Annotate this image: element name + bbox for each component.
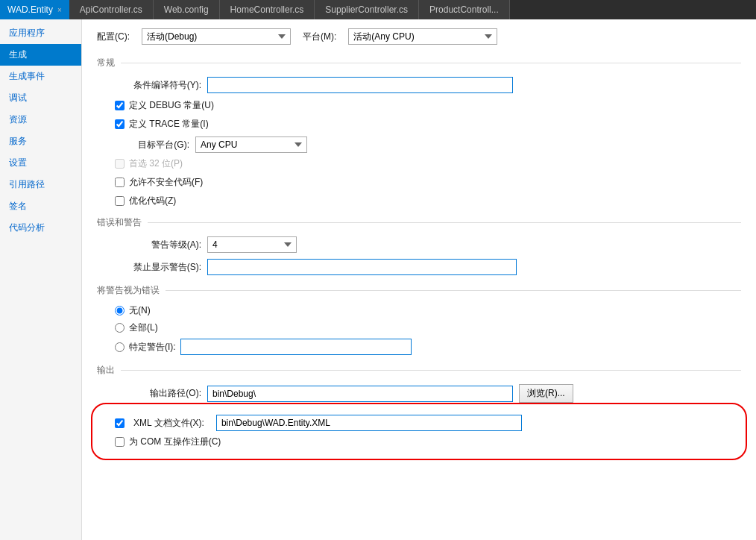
tab-label: Web.config <box>164 4 209 15</box>
radio-all-row: 全部(L) <box>115 321 741 334</box>
conditional-label: 条件编译符号(Y): <box>97 79 201 92</box>
radio-all[interactable] <box>115 323 125 333</box>
radio-all-label[interactable]: 全部(L) <box>129 321 158 334</box>
sidebar-item-resources[interactable]: 资源 <box>0 109 81 131</box>
section-general: 常规 <box>97 57 741 69</box>
config-label: 配置(C): <box>97 31 130 43</box>
radio-none-label[interactable]: 无(N) <box>129 304 151 317</box>
com-registration-checkbox[interactable] <box>115 437 125 447</box>
tab-home-controller[interactable]: HomeController.cs <box>220 0 315 19</box>
xml-oval-highlight <box>91 403 747 460</box>
active-tab[interactable]: WAD.Entity × <box>0 0 69 19</box>
output-path-input[interactable] <box>207 386 513 402</box>
specific-warning-input[interactable] <box>180 339 412 355</box>
suppress-warnings-label: 禁止显示警告(S): <box>97 261 201 274</box>
target-platform-label: 目标平台(G): <box>115 139 189 151</box>
prefer32-label: 首选 32 位(P) <box>129 157 183 170</box>
warning-level-row: 警告等级(A): 4 <box>97 236 741 253</box>
sidebar-item-code-analysis[interactable]: 代码分析 <box>0 217 81 239</box>
tab-label: ApiController.cs <box>80 4 142 15</box>
com-registration-label[interactable]: 为 COM 互操作注册(C) <box>129 436 221 448</box>
optimize-code-label[interactable]: 优化代码(Z) <box>129 195 176 207</box>
optimize-code-checkbox[interactable] <box>115 196 125 206</box>
unsafe-code-row: 允许不安全代码(F) <box>115 176 741 189</box>
suppress-warnings-row: 禁止显示警告(S): <box>97 259 741 275</box>
sidebar-item-reference-paths[interactable]: 引用路径 <box>0 174 81 195</box>
sidebar-item-services[interactable]: 服务 <box>0 131 81 152</box>
sidebar-item-signing[interactable]: 签名 <box>0 195 81 217</box>
close-tab-button[interactable]: × <box>57 6 62 14</box>
com-registration-row: 为 COM 互操作注册(C) <box>115 436 741 448</box>
radio-none[interactable] <box>115 306 125 315</box>
sidebar-item-build-events[interactable]: 生成事件 <box>0 66 81 87</box>
radio-specific[interactable] <box>115 342 125 352</box>
xml-highlight-container: XML 文档文件(X): 为 COM 互操作注册(C) <box>97 409 741 457</box>
platform-dropdown[interactable]: 活动(Any CPU) <box>348 28 497 45</box>
radio-none-row: 无(N) <box>115 304 741 317</box>
unsafe-code-checkbox[interactable] <box>115 178 125 187</box>
config-dropdown[interactable]: 活动(Debug) <box>142 28 291 45</box>
platform-label: 平台(M): <box>303 31 336 43</box>
xml-doc-row: XML 文档文件(X): <box>97 415 741 431</box>
sidebar-item-build[interactable]: 生成 <box>0 44 81 66</box>
conditional-row: 条件编译符号(Y): <box>97 77 741 93</box>
define-debug-checkbox[interactable] <box>115 101 125 110</box>
unsafe-code-label[interactable]: 允许不安全代码(F) <box>129 176 203 189</box>
target-platform-row: 目标平台(G): Any CPU <box>115 136 741 153</box>
sidebar: 应用程序 生成 生成事件 调试 资源 服务 设置 引用路径 签名 代码分析 <box>0 19 82 540</box>
sidebar-item-application[interactable]: 应用程序 <box>0 22 81 44</box>
prefer32-checkbox[interactable] <box>115 159 125 169</box>
prefer32-row: 首选 32 位(P) <box>115 157 741 170</box>
define-trace-checkbox[interactable] <box>115 119 125 129</box>
sidebar-item-settings[interactable]: 设置 <box>0 152 81 174</box>
main-layout: 应用程序 生成 生成事件 调试 资源 服务 设置 引用路径 签名 代码分析 <box>0 19 756 540</box>
radio-specific-label[interactable]: 特定警告(I): <box>129 341 176 354</box>
output-path-row: 输出路径(O): 浏览(R)... <box>97 384 741 403</box>
tab-web-config[interactable]: Web.config <box>154 0 220 19</box>
tab-label: HomeController.cs <box>230 4 304 15</box>
browse-button[interactable]: 浏览(R)... <box>519 384 573 403</box>
section-errors: 错误和警告 <box>97 216 741 229</box>
section-output: 输出 <box>97 364 741 377</box>
config-row: 配置(C): 活动(Debug) 平台(M): 活动(Any CPU) <box>97 28 741 45</box>
output-path-label: 输出路径(O): <box>97 387 201 400</box>
target-platform-dropdown[interactable]: Any CPU <box>195 136 307 153</box>
define-debug-row: 定义 DEBUG 常量(U) <box>115 99 741 112</box>
conditional-input[interactable] <box>207 77 513 93</box>
define-debug-label[interactable]: 定义 DEBUG 常量(U) <box>129 99 214 112</box>
title-bar: WAD.Entity × ApiController.cs Web.config… <box>0 0 756 19</box>
define-trace-row: 定义 TRACE 常量(I) <box>115 118 741 131</box>
define-trace-label[interactable]: 定义 TRACE 常量(I) <box>129 118 209 131</box>
section-treat-warnings: 将警告视为错误 <box>97 284 741 297</box>
optimize-code-row: 优化代码(Z) <box>115 195 741 207</box>
content-area: 配置(C): 活动(Debug) 平台(M): 活动(Any CPU) 常规 条… <box>82 19 756 540</box>
sidebar-item-debug[interactable]: 调试 <box>0 87 81 109</box>
tab-api-controller[interactable]: ApiController.cs <box>69 0 154 19</box>
suppress-warnings-input[interactable] <box>207 259 517 275</box>
warning-level-label: 警告等级(A): <box>97 239 201 251</box>
xml-doc-checkbox[interactable] <box>115 418 125 428</box>
tab-supplier-controller[interactable]: SupplierController.cs <box>315 0 419 19</box>
xml-doc-label[interactable]: XML 文档文件(X): <box>133 417 204 430</box>
radio-specific-row: 特定警告(I): <box>115 339 741 355</box>
warning-level-dropdown[interactable]: 4 <box>207 236 297 253</box>
tab-label: ProductControll... <box>429 4 499 15</box>
tab-label: SupplierController.cs <box>325 4 408 15</box>
active-tab-label: WAD.Entity <box>7 4 53 15</box>
xml-doc-input[interactable] <box>216 415 522 431</box>
tab-product-controller[interactable]: ProductControll... <box>419 0 510 19</box>
